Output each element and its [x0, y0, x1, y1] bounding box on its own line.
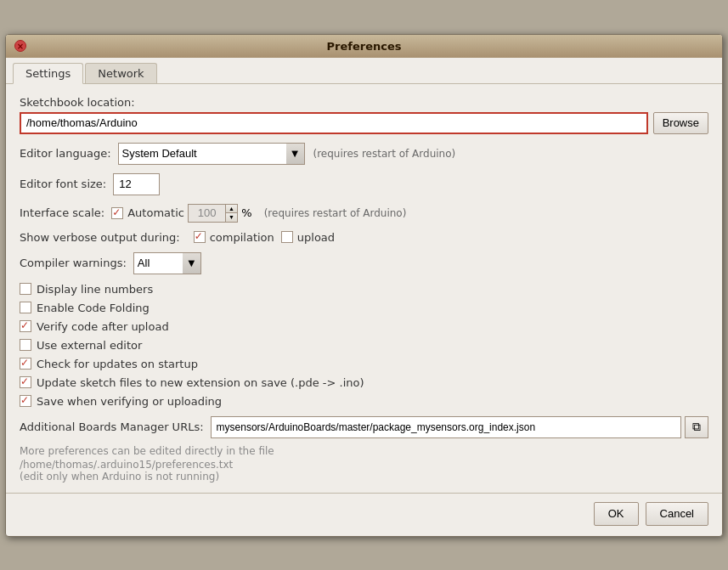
check-updates-checkbox[interactable]	[20, 358, 31, 370]
checkbox-row-update-sketch: Update sketch files to new extension on …	[20, 376, 708, 389]
upload-label: upload	[297, 231, 335, 244]
compiler-warnings-label: Compiler warnings:	[20, 257, 127, 269]
enable-code-folding-checkbox[interactable]	[20, 302, 31, 313]
boards-manager-input[interactable]	[211, 416, 681, 438]
update-sketch-checkbox[interactable]	[20, 376, 31, 388]
verbose-row: Show verbose output during: compilation …	[20, 231, 708, 244]
checkboxes-section: Display line numbers Enable Code Folding…	[20, 283, 708, 408]
interface-scale-row: Interface scale: Automatic ▲ ▼ % (requir…	[20, 204, 708, 223]
checkbox-row-external-editor: Use external editor	[20, 339, 708, 352]
save-verifying-checkbox[interactable]	[20, 395, 31, 407]
scale-percent-input[interactable]	[188, 204, 226, 223]
display-line-numbers-checkbox[interactable]	[20, 283, 31, 295]
boards-manager-label: Additional Boards Manager URLs:	[20, 420, 204, 433]
scale-restart-note: (requires restart of Arduino)	[264, 207, 407, 219]
editor-font-size-label: Editor font size:	[20, 178, 106, 190]
tab-network[interactable]: Network	[85, 63, 156, 83]
verify-code-label: Verify code after upload	[37, 320, 169, 333]
checkbox-row-enable-code-folding: Enable Code Folding	[20, 302, 708, 314]
cancel-button[interactable]: Cancel	[646, 502, 708, 526]
check-updates-label: Check for updates on startup	[37, 358, 198, 370]
save-verifying-label: Save when verifying or uploading	[37, 395, 222, 408]
font-size-input[interactable]	[113, 173, 160, 195]
compilation-checkbox[interactable]	[194, 231, 206, 243]
sketchbook-label: Sketchbook location:	[20, 96, 708, 109]
upload-checkbox[interactable]	[281, 231, 293, 243]
tab-bar: Settings Network	[6, 58, 722, 84]
checkbox-row-check-updates: Check for updates on startup	[20, 358, 708, 370]
external-editor-label: Use external editor	[37, 339, 142, 352]
boards-copy-button[interactable]: ⧉	[685, 416, 708, 438]
compilation-checkbox-label[interactable]: compilation	[194, 231, 274, 244]
settings-content: Sketchbook location: Browse Editor langu…	[6, 84, 722, 493]
automatic-checkbox-label[interactable]: Automatic	[111, 206, 184, 219]
footer-line3: (edit only when Arduino is not running)	[20, 471, 708, 483]
upload-checkbox-label[interactable]: upload	[281, 231, 335, 244]
external-editor-checkbox[interactable]	[20, 339, 31, 351]
scale-down-button[interactable]: ▼	[226, 213, 237, 222]
boards-manager-row: Additional Boards Manager URLs: ⧉	[20, 416, 708, 438]
percent-symbol: %	[241, 206, 251, 219]
automatic-checkbox[interactable]	[111, 207, 123, 219]
display-line-numbers-label: Display line numbers	[37, 283, 153, 296]
language-restart-note: (requires restart of Arduino)	[313, 148, 456, 160]
ok-button[interactable]: OK	[594, 502, 639, 526]
automatic-label: Automatic	[127, 206, 184, 219]
footer-line1: More preferences can be edited directly …	[20, 445, 708, 457]
close-button[interactable]: ×	[14, 40, 26, 52]
editor-language-label: Editor language:	[20, 147, 111, 160]
interface-scale-label: Interface scale:	[20, 206, 104, 219]
language-select[interactable]: System Default	[118, 143, 305, 165]
checkbox-row-verify-code: Verify code after upload	[20, 320, 708, 333]
scale-up-button[interactable]: ▲	[226, 205, 237, 214]
language-select-wrapper: System Default ▼	[118, 143, 305, 165]
compilation-label: compilation	[210, 231, 274, 244]
compiler-warnings-select[interactable]: All	[133, 252, 201, 274]
window-title: Preferences	[33, 40, 695, 53]
checkbox-row-display-line-numbers: Display line numbers	[20, 283, 708, 296]
footer-line2: /home/thomas/.arduino15/preferences.txt	[20, 459, 708, 471]
titlebar: × Preferences	[6, 35, 722, 58]
update-sketch-label: Update sketch files to new extension on …	[37, 376, 364, 389]
sketchbook-row: Browse	[20, 112, 708, 134]
verify-code-checkbox[interactable]	[20, 320, 31, 332]
enable-code-folding-label: Enable Code Folding	[37, 302, 150, 314]
compiler-warnings-row: Compiler warnings: All ▼	[20, 252, 708, 274]
editor-font-size-row: Editor font size:	[20, 173, 708, 195]
bottom-buttons: OK Cancel	[6, 493, 722, 536]
compiler-select-wrapper: All ▼	[133, 252, 201, 274]
verbose-label: Show verbose output during:	[20, 231, 180, 244]
editor-language-row: Editor language: System Default ▼ (requi…	[20, 143, 708, 165]
browse-button[interactable]: Browse	[653, 112, 708, 134]
tab-settings[interactable]: Settings	[13, 63, 83, 84]
checkbox-row-save-verifying: Save when verifying or uploading	[20, 395, 708, 408]
sketchbook-input[interactable]	[20, 112, 648, 134]
preferences-window: × Preferences Settings Network Sketchboo…	[5, 34, 723, 537]
